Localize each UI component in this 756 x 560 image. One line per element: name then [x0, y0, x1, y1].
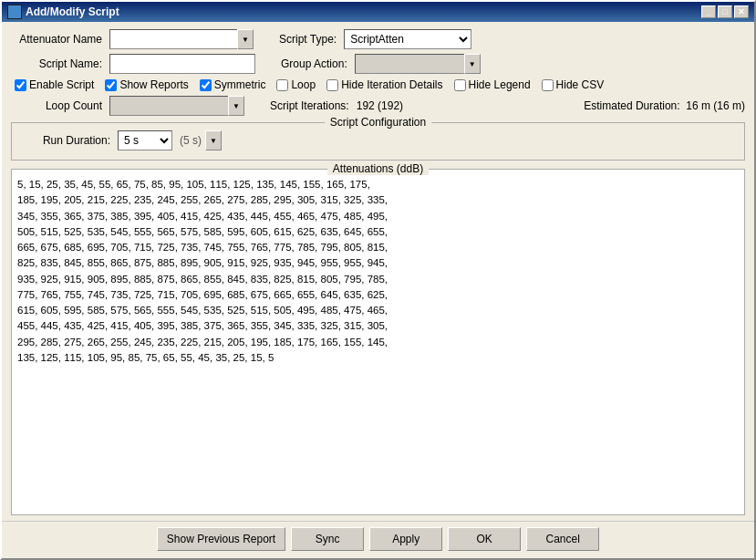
attenuations-wrapper: Attenuations (ddB) 5, 15, 25, 35, 45, 55… — [11, 165, 745, 515]
show-reports-checkbox-item[interactable]: Show Reports — [105, 78, 188, 91]
hide-legend-checkbox[interactable] — [454, 79, 466, 91]
script-type-label: Script Type: — [279, 33, 337, 46]
attenuator-script-type-row: Attenuator Name 1.1.60 ▼ Script Type: Sc… — [11, 29, 745, 49]
show-reports-label: Show Reports — [119, 78, 188, 91]
footer: Show Previous Report Sync Apply OK Cance… — [2, 521, 754, 558]
run-duration-display: (5 s) — [180, 134, 202, 147]
loop-count-input[interactable]: Forever — [109, 96, 228, 116]
script-configuration-section: Script Configuration Run Duration: 5 s (… — [11, 122, 745, 161]
minimize-button[interactable]: _ — [701, 5, 716, 18]
apply-button[interactable]: Apply — [369, 527, 442, 551]
loop-checkbox[interactable] — [276, 79, 288, 91]
attenuator-name-dropdown-btn[interactable]: ▼ — [237, 29, 254, 49]
hide-iteration-details-checkbox-item[interactable]: Hide Iteration Details — [326, 78, 442, 91]
loop-checkbox-item[interactable]: Loop — [276, 78, 316, 91]
attenuator-name-label: Attenuator Name — [11, 33, 102, 46]
loop-count-dropdown-btn[interactable]: ▼ — [228, 96, 244, 116]
form-content: Attenuator Name 1.1.60 ▼ Script Type: Sc… — [2, 22, 754, 521]
attenuations-section: Attenuations (ddB) 5, 15, 25, 35, 45, 55… — [11, 169, 745, 515]
script-type-select[interactable]: ScriptAtten — [344, 29, 471, 49]
loop-count-combo: Forever ▼ — [109, 96, 244, 116]
close-button[interactable]: ✕ — [734, 5, 749, 18]
attenuator-name-combo: 1.1.60 ▼ — [109, 29, 254, 49]
enable-script-checkbox[interactable] — [15, 79, 26, 91]
loop-label: Loop — [291, 78, 316, 91]
run-duration-select-combo: 5 s — [118, 130, 172, 150]
main-window: Add/Modify Script _ □ ✕ Attenuator Name … — [0, 0, 756, 560]
enable-script-label: Enable Script — [29, 78, 94, 91]
hide-csv-checkbox[interactable] — [542, 79, 554, 91]
title-bar-buttons: _ □ ✕ — [701, 5, 749, 18]
group-action-dropdown-btn[interactable]: ▼ — [464, 54, 481, 74]
run-duration-select[interactable]: 5 s — [118, 130, 172, 150]
attenuations-content[interactable]: 5, 15, 25, 35, 45, 55, 65, 75, 85, 95, 1… — [12, 170, 744, 514]
estimated-duration: Estimated Duration: 16 m (16 m) — [584, 99, 745, 112]
title-bar: Add/Modify Script _ □ ✕ — [2, 2, 754, 22]
estimated-duration-value: 16 m (16 m) — [686, 99, 745, 112]
script-config-title: Script Configuration — [325, 116, 431, 129]
hide-legend-label: Hide Legend — [469, 78, 531, 91]
run-duration-label: Run Duration: — [19, 134, 110, 147]
script-name-group-action-row: Script Name: attnr Group Action: All ▼ — [11, 54, 745, 74]
loop-count-row: Loop Count Forever ▼ Script Iterations: … — [11, 96, 745, 116]
symmetric-checkbox[interactable] — [200, 79, 212, 91]
script-type-combo: ScriptAtten — [344, 29, 471, 49]
run-duration-combo: 5 s (5 s) ▼ — [118, 130, 737, 150]
symmetric-checkbox-item[interactable]: Symmetric — [200, 78, 266, 91]
hide-csv-label: Hide CSV — [556, 78, 605, 91]
estimated-duration-label: Estimated Duration: — [584, 99, 679, 112]
checkboxes-row: Enable Script Show Reports Symmetric Loo… — [11, 78, 745, 91]
window-title: Add/Modify Script — [26, 5, 119, 18]
ok-button[interactable]: OK — [448, 527, 521, 551]
group-action-label: Group Action: — [281, 57, 347, 70]
maximize-button[interactable]: □ — [718, 5, 732, 18]
script-name-input[interactable]: attnr — [109, 54, 255, 74]
attenuations-title: Attenuations (ddB) — [327, 162, 429, 175]
attenuator-name-input[interactable]: 1.1.60 — [109, 29, 237, 49]
script-iterations-label: Script Iterations: — [270, 99, 349, 112]
hide-csv-checkbox-item[interactable]: Hide CSV — [542, 78, 605, 91]
hide-iteration-details-label: Hide Iteration Details — [341, 78, 442, 91]
run-duration-dropdown-btn[interactable]: ▼ — [205, 130, 222, 150]
hide-legend-checkbox-item[interactable]: Hide Legend — [454, 78, 531, 91]
run-duration-row: Run Duration: 5 s (5 s) ▼ — [19, 127, 737, 154]
sync-button[interactable]: Sync — [291, 527, 364, 551]
cancel-button[interactable]: Cancel — [526, 527, 599, 551]
enable-script-checkbox-item[interactable]: Enable Script — [15, 78, 94, 91]
group-action-input[interactable]: All — [355, 54, 464, 74]
hide-iteration-details-checkbox[interactable] — [326, 79, 338, 91]
window-icon — [7, 5, 22, 19]
show-previous-report-button[interactable]: Show Previous Report — [157, 527, 285, 551]
script-iterations-value: 192 (192) — [357, 99, 403, 112]
symmetric-label: Symmetric — [214, 78, 266, 91]
show-reports-checkbox[interactable] — [105, 79, 117, 91]
group-action-combo: All ▼ — [355, 54, 481, 74]
loop-count-label: Loop Count — [11, 99, 102, 112]
script-name-label: Script Name: — [11, 57, 102, 70]
